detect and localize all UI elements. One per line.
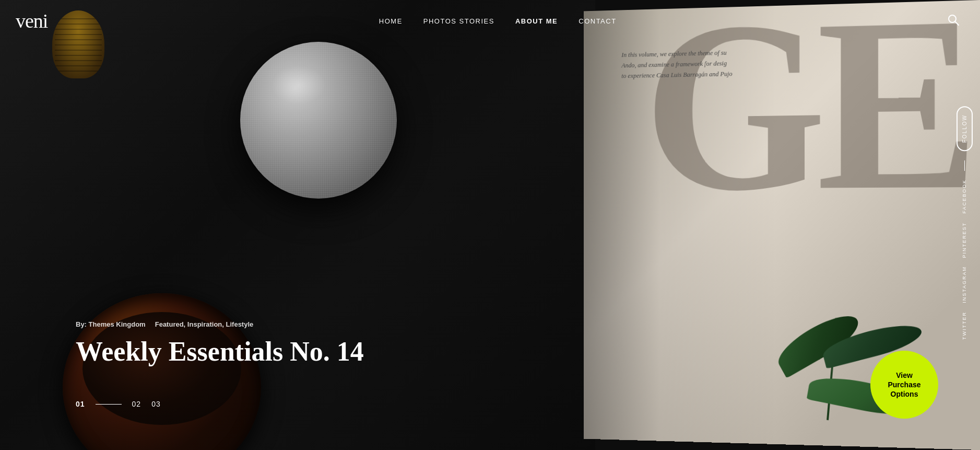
facebook-link[interactable]: facebook: [962, 179, 967, 214]
twitter-link[interactable]: twitter: [962, 311, 967, 340]
sidebar-divider: [964, 160, 965, 171]
hero-author: Themes Kingdom: [89, 320, 146, 328]
sidebar-social: FOLLOW facebook pinterest instagram twit…: [949, 0, 980, 450]
by-label: By:: [76, 320, 87, 328]
nav-item-photos-stories[interactable]: PHOTOS STORIES: [423, 16, 494, 26]
slide-line: [96, 404, 122, 405]
nav-link-photos-stories[interactable]: PHOTOS STORIES: [423, 17, 494, 25]
speaker-decoration: [219, 10, 418, 230]
nav-item-contact[interactable]: CONTACT: [578, 16, 616, 26]
purchase-purchase: Purchase: [888, 380, 920, 389]
nav-link-contact[interactable]: CONTACT: [578, 17, 616, 25]
purchase-options: Options: [891, 390, 918, 398]
speaker-ball: [240, 42, 397, 199]
slide-indicators: 01 02 03: [76, 400, 161, 408]
nav-link-about-me[interactable]: ABOUT ME: [515, 17, 558, 25]
slide-num-1[interactable]: 01: [76, 400, 85, 408]
nav-item-home[interactable]: HOME: [379, 16, 403, 26]
slide-num-2[interactable]: 02: [132, 400, 141, 408]
nav-links: HOME PHOTOS STORIES ABOUT ME CONTACT: [379, 16, 617, 26]
hero-byline: By: Themes Kingdom Featured, Inspiration…: [76, 320, 364, 328]
pinterest-link[interactable]: pinterest: [962, 222, 967, 258]
nav-link-home[interactable]: HOME: [379, 17, 403, 25]
hero-categories: Featured, Inspiration, Lifestyle: [155, 320, 254, 328]
purchase-button[interactable]: View Purchase Options: [870, 351, 938, 419]
site-logo[interactable]: veni: [16, 9, 48, 32]
purchase-view: View: [896, 371, 913, 379]
purchase-button-text: View Purchase Options: [888, 371, 920, 399]
hero-content: By: Themes Kingdom Featured, Inspiration…: [76, 320, 364, 366]
slide-num-3[interactable]: 03: [151, 400, 161, 408]
nav-item-about-me[interactable]: ABOUT ME: [515, 16, 558, 26]
bowl-shape: [63, 293, 261, 450]
follow-button[interactable]: FOLLOW: [957, 106, 973, 151]
instagram-link[interactable]: instagram: [962, 266, 967, 303]
hero-title: Weekly Essentials No. 14: [76, 337, 364, 366]
hero-section: GE In this volume, we explore the theme …: [0, 0, 980, 450]
main-navigation: veni HOME PHOTOS STORIES ABOUT ME CONTAC…: [0, 0, 980, 42]
